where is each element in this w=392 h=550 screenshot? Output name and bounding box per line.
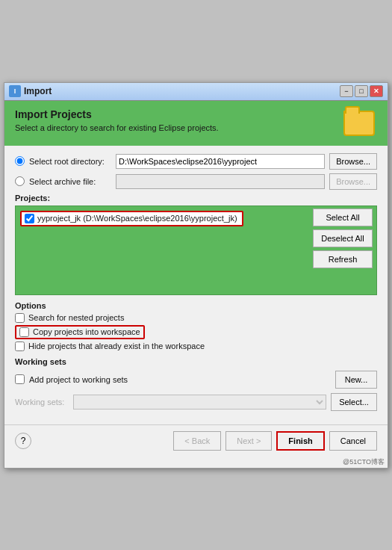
add-working-sets-row: Add project to working sets New... [15, 371, 377, 389]
add-working-sets-checkbox[interactable] [15, 374, 25, 384]
nested-projects-label: Search for nested projects [28, 313, 124, 322]
header-section: Import Projects Select a directory to se… [4, 101, 388, 146]
options-title: Options [15, 301, 377, 310]
back-button[interactable]: < Back [173, 431, 221, 451]
root-dir-row: Select root directory: Browse... [15, 153, 377, 170]
nested-projects-checkbox[interactable] [15, 313, 25, 323]
hide-projects-label: Hide projects that already exist in the … [28, 342, 205, 350]
header-subtitle: Select a directory to search for existin… [15, 123, 219, 132]
help-button[interactable]: ? [15, 433, 31, 449]
working-sets-dropdown[interactable] [73, 395, 326, 410]
browse-root-button[interactable]: Browse... [329, 153, 377, 170]
minimize-button[interactable]: − [340, 85, 353, 97]
root-dir-radio[interactable] [15, 156, 25, 166]
archive-file-radio[interactable] [15, 176, 25, 186]
copy-projects-checkbox[interactable] [19, 327, 29, 337]
cancel-button[interactable]: Cancel [329, 431, 377, 451]
nested-projects-row: Search for nested projects [15, 313, 377, 323]
folder-icon [343, 111, 375, 136]
working-sets-section: Working sets Add project to working sets… [15, 357, 377, 411]
maximize-button[interactable]: □ [355, 85, 368, 97]
window-title: Import [24, 86, 52, 96]
title-bar: I Import − □ ✕ [4, 83, 388, 101]
footer-left: ? [15, 433, 31, 449]
root-dir-label: Select root directory: [29, 157, 111, 166]
working-sets-select-row: Working sets: Select... [15, 393, 377, 411]
project-checkbox[interactable] [25, 214, 34, 223]
root-dir-input[interactable] [116, 154, 325, 169]
projects-label: Projects: [15, 194, 377, 203]
add-working-sets-label: Add project to working sets [29, 375, 128, 384]
finish-button[interactable]: Finish [276, 431, 324, 451]
project-checkbox-box: yyproject_jk (D:\WorkSpaces\eclipse2016\… [20, 211, 243, 226]
header-icon-area [341, 108, 377, 138]
copy-projects-row: Copy projects into workspace [15, 325, 377, 339]
content-area: Select root directory: Browse... Select … [4, 146, 388, 424]
select-all-button[interactable]: Select All [313, 208, 373, 226]
refresh-button[interactable]: Refresh [313, 250, 373, 268]
footer-right: < Back Next > Finish Cancel [173, 431, 377, 451]
project-label: yyproject_jk (D:\WorkSpaces\eclipse2016\… [37, 214, 237, 223]
archive-file-label: Select archive file: [29, 177, 111, 186]
archive-file-row: Select archive file: Browse... [15, 173, 377, 190]
select-working-set-button[interactable]: Select... [331, 393, 377, 411]
options-section: Options Search for nested projects Copy … [15, 301, 377, 351]
projects-buttons: Select All Deselect All Refresh [313, 208, 373, 268]
working-sets-label: Working sets: [15, 398, 69, 407]
header-title: Import Projects [15, 108, 219, 120]
deselect-all-button[interactable]: Deselect All [313, 229, 373, 247]
watermark: @51CTO博客 [4, 457, 388, 468]
archive-file-input[interactable] [116, 174, 325, 189]
title-buttons: − □ ✕ [340, 85, 383, 97]
new-working-set-button[interactable]: New... [335, 371, 377, 389]
footer: ? < Back Next > Finish Cancel [4, 424, 388, 457]
window-icon: I [9, 85, 21, 97]
hide-projects-row: Hide projects that already exist in the … [15, 342, 377, 351]
copy-projects-box: Copy projects into workspace [15, 325, 145, 339]
close-button[interactable]: ✕ [370, 85, 383, 97]
next-button[interactable]: Next > [225, 431, 272, 451]
import-dialog: I Import − □ ✕ Import Projects Select a … [4, 82, 388, 469]
working-sets-title: Working sets [15, 357, 377, 366]
hide-projects-checkbox[interactable] [15, 342, 25, 351]
browse-archive-button[interactable]: Browse... [329, 173, 377, 190]
copy-projects-label: Copy projects into workspace [33, 327, 140, 336]
